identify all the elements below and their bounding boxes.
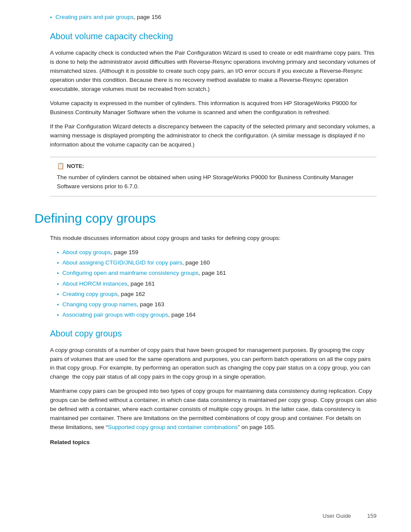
changing-names-link[interactable]: Changing copy group names xyxy=(62,301,137,308)
section2-title: About copy groups xyxy=(50,327,377,340)
bullet-about-copy-groups: • About copy groups, page 159 xyxy=(57,248,377,257)
bullet-2-text: About assigning CTGID/JNLGID for copy pa… xyxy=(62,258,210,268)
chapter-body: This module discusses information about … xyxy=(50,234,377,320)
chapter-intro: This module discusses information about … xyxy=(50,234,377,243)
bullet-1-page: , page 159 xyxy=(111,249,138,255)
bullet-dot-5: • xyxy=(57,290,59,299)
bullet-6-text: Changing copy group names, page 163 xyxy=(62,300,164,309)
section1-para2: Volume capacity is expressed in the numb… xyxy=(50,99,377,117)
supported-combinations-link[interactable]: Supported copy group and container combi… xyxy=(108,424,238,430)
related-topics: Related topics xyxy=(50,438,377,447)
bullet-consistency-groups: • Configuring open and mainframe consist… xyxy=(57,269,377,278)
bullet-ctgid: • About assigning CTGID/JNLGID for copy … xyxy=(57,258,377,268)
note-label: 📋 NOTE: xyxy=(57,162,370,171)
footer: User Guide 159 xyxy=(323,512,377,520)
chapter-defining-copy-groups: Defining copy groups This module discuss… xyxy=(34,208,377,320)
bullet-5-text: Creating copy groups, page 162 xyxy=(62,290,145,299)
bullet-horcm: • About HORCM instances, page 161 xyxy=(57,280,377,289)
note-box: 📋 NOTE: The number of cylinders cannot b… xyxy=(50,157,377,196)
bullet-dot-3: • xyxy=(57,269,59,278)
bullet-6-page: , page 163 xyxy=(137,301,164,308)
top-bullet-page: , page 156 xyxy=(134,14,161,20)
bullet-dot: • xyxy=(50,13,52,22)
bullet-dot-7: • xyxy=(57,311,59,320)
chapter-bullet-list: • About copy groups, page 159 • About as… xyxy=(57,248,377,320)
bullet-creating-copy-groups: • Creating copy groups, page 162 xyxy=(57,290,377,299)
bullet-5-page: , page 162 xyxy=(118,291,145,297)
footer-page-number: 159 xyxy=(367,513,377,519)
bullet-4-text: About HORCM instances, page 161 xyxy=(62,280,155,289)
bullet-2-page: , page 160 xyxy=(182,259,210,266)
creating-copy-groups-link[interactable]: Creating copy groups xyxy=(62,291,118,297)
footer-label: User Guide xyxy=(323,513,351,519)
section1-para1: A volume capacity check is conducted whe… xyxy=(50,49,377,94)
bullet-7-text: Associating pair groups with copy groups… xyxy=(62,311,196,320)
page: • Creating pairs and pair groups, page 1… xyxy=(0,0,411,532)
about-copy-groups-link[interactable]: About copy groups xyxy=(62,249,111,255)
bullet-dot-4: • xyxy=(57,280,59,289)
bullet-dot-2: • xyxy=(57,259,59,268)
associating-link[interactable]: Associating pair groups with copy groups xyxy=(62,311,168,318)
bullet-4-page: , page 161 xyxy=(128,280,155,287)
section1-body: A volume capacity check is conducted whe… xyxy=(50,49,377,196)
bullet-dot-1: • xyxy=(57,249,59,257)
note-text: The number of cylinders cannot be obtain… xyxy=(57,173,370,191)
bullet-1-text: About copy groups, page 159 xyxy=(62,248,138,257)
chapter-title: Defining copy groups xyxy=(34,208,377,228)
bullet-7-page: , page 164 xyxy=(168,311,196,318)
creating-pairs-link[interactable]: Creating pairs and pair groups xyxy=(56,14,134,20)
section2-para1: A copy group consists of a number of cop… xyxy=(50,346,377,382)
footer-separator xyxy=(356,513,362,519)
top-bullet-item: • Creating pairs and pair groups, page 1… xyxy=(50,13,377,22)
bullet-3-text: Configuring open and mainframe consisten… xyxy=(62,269,226,278)
bullet-dot-6: • xyxy=(57,301,59,309)
top-bullet-text: Creating pairs and pair groups, page 156 xyxy=(56,13,161,22)
copy-group-italic: copy group xyxy=(55,347,84,353)
bullet-changing-names: • Changing copy group names, page 163 xyxy=(57,300,377,309)
consistency-groups-link[interactable]: Configuring open and mainframe consisten… xyxy=(62,270,199,276)
section-volume-capacity: About volume capacity checking A volume … xyxy=(34,30,377,196)
bullet-associating: • Associating pair groups with copy grou… xyxy=(57,311,377,320)
section1-para3: If the Pair Configuration Wizard detects… xyxy=(50,122,377,149)
note-icon: 📋 xyxy=(57,162,64,171)
section2-para2: Mainframe copy pairs can be grouped into… xyxy=(50,387,377,432)
bullet-3-page: , page 161 xyxy=(199,270,226,276)
section2-body: A copy group consists of a number of cop… xyxy=(50,346,377,447)
section-about-copy-groups: About copy groups A copy group consists … xyxy=(34,327,377,447)
section1-title: About volume capacity checking xyxy=(50,30,377,43)
ctgid-link[interactable]: About assigning CTGID/JNLGID for copy pa… xyxy=(62,259,182,266)
horcm-link[interactable]: About HORCM instances xyxy=(62,280,128,287)
note-label-text: NOTE: xyxy=(67,162,84,171)
